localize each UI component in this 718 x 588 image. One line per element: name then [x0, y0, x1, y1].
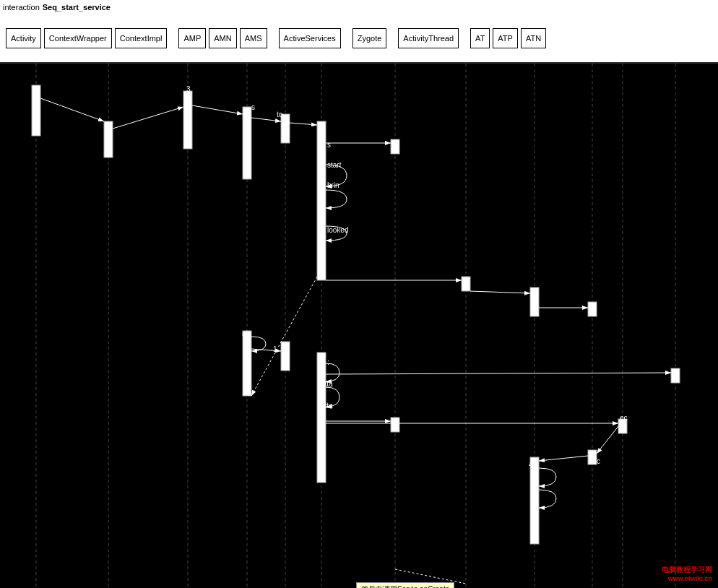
- label-att1: att: [242, 329, 250, 337]
- svg-line-36: [290, 123, 317, 125]
- label-h: h: [531, 488, 535, 496]
- svg-line-47: [326, 373, 671, 374]
- svg-rect-17: [243, 107, 251, 179]
- svg-rect-22: [530, 287, 539, 316]
- watermark: 电脑教程学习网 www.etwiki.cn: [662, 565, 712, 582]
- interaction-label: interaction: [3, 3, 40, 12]
- label-c: c: [597, 457, 600, 465]
- participant-Activity[interactable]: Activity: [6, 28, 41, 48]
- svg-rect-18: [281, 114, 290, 143]
- label-s1: s: [251, 103, 255, 111]
- svg-rect-21: [462, 277, 470, 291]
- svg-line-40: [470, 291, 530, 293]
- svg-rect-16: [183, 91, 192, 149]
- label-7: 7 :: [321, 358, 329, 366]
- seq-name: Seq_start_service: [43, 3, 111, 12]
- svg-rect-30: [530, 457, 539, 544]
- participant-Zygote[interactable]: Zygote: [352, 28, 387, 48]
- participant-AMP[interactable]: AMP: [178, 28, 206, 48]
- label-start: start: [327, 161, 341, 169]
- diagram-svg: [0, 64, 718, 588]
- label-to: to: [277, 111, 282, 118]
- label-s2: s: [327, 141, 331, 149]
- svg-line-48: [395, 569, 466, 584]
- label-atta1: atta: [321, 380, 333, 388]
- svg-line-38: [251, 277, 317, 396]
- participant-AMN[interactable]: AMN: [209, 28, 236, 48]
- label-brin: brin: [327, 181, 339, 189]
- watermark-line1: 电脑教程学习网: [662, 565, 712, 575]
- svg-line-46: [539, 456, 588, 461]
- svg-rect-14: [32, 85, 40, 136]
- participant-ActivityThread[interactable]: ActivityThread: [398, 28, 459, 48]
- svg-line-45: [597, 426, 618, 454]
- svg-rect-25: [281, 342, 290, 371]
- participant-ContextImpl[interactable]: ContextImpl: [115, 28, 168, 48]
- participant-AMS[interactable]: AMS: [240, 28, 267, 48]
- svg-line-34: [192, 105, 243, 114]
- label-1: 1: [273, 345, 277, 353]
- diagram-area: 3 s to s start brin looked att 1 7 : att…: [0, 64, 718, 588]
- top-bar: interaction Seq_start_service: [0, 0, 718, 14]
- participant-ContextWrapper[interactable]: ContextWrapper: [44, 28, 112, 48]
- label-atta2: atta: [321, 402, 333, 410]
- svg-rect-26: [317, 353, 326, 483]
- participant-ActiveServices[interactable]: ActiveServices: [279, 28, 341, 48]
- svg-line-33: [113, 107, 183, 129]
- svg-line-32: [40, 98, 104, 121]
- label-ec: ec: [620, 414, 628, 422]
- svg-rect-31: [671, 368, 680, 383]
- participant-ATP[interactable]: ATP: [493, 28, 518, 48]
- svg-rect-23: [588, 302, 597, 316]
- svg-rect-29: [588, 450, 597, 464]
- participant-ATN[interactable]: ATN: [521, 28, 546, 48]
- svg-rect-19: [317, 121, 326, 280]
- svg-rect-20: [391, 139, 399, 154]
- watermark-line2: www.etwiki.cn: [662, 575, 712, 582]
- label-3: 3: [186, 85, 191, 93]
- note-text: 然后在调用Servie.onCreate: [361, 585, 449, 588]
- label-4: 4: [529, 461, 533, 469]
- participant-AT[interactable]: AT: [470, 28, 490, 48]
- label-looked: looked: [327, 226, 348, 234]
- svg-rect-27: [391, 418, 399, 432]
- svg-rect-15: [104, 121, 113, 157]
- svg-rect-24: [243, 331, 251, 396]
- note-box: 然后在调用Servie.onCreate: [356, 582, 454, 588]
- header-row: Activity ContextWrapper ContextImpl AMP …: [0, 14, 718, 64]
